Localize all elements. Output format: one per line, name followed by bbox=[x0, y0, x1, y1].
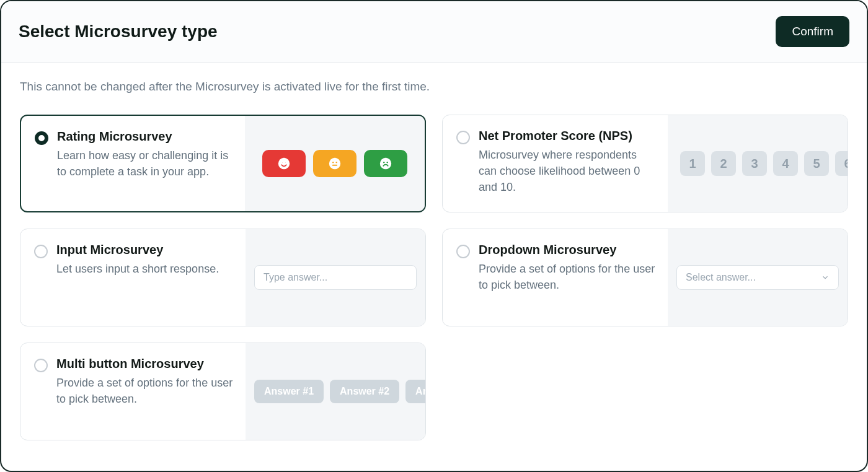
answer-pill: Answer #1 bbox=[254, 380, 324, 403]
nps-number: 1 bbox=[680, 151, 705, 176]
svg-point-5 bbox=[336, 162, 337, 163]
nps-number: 6 bbox=[835, 151, 848, 176]
option-desc: Microsurvey where respondents can choose… bbox=[479, 147, 655, 195]
option-desc: Provide a set of options for the user to… bbox=[56, 375, 233, 407]
option-preview-nps: 1 2 3 4 5 6 7 bbox=[668, 115, 848, 212]
nps-number: 3 bbox=[742, 151, 767, 176]
option-card-dropdown[interactable]: Dropdown Microsurvey Provide a set of op… bbox=[442, 229, 848, 326]
option-card-rating[interactable]: Rating Microsurvey Learn how easy or cha… bbox=[20, 115, 426, 212]
option-card-input[interactable]: Input Microsurvey Let users input a shor… bbox=[20, 229, 426, 326]
chevron-down-icon bbox=[821, 273, 830, 282]
radio-icon[interactable] bbox=[456, 245, 470, 258]
svg-point-3 bbox=[329, 158, 340, 169]
option-left: Rating Microsurvey Learn how easy or cha… bbox=[21, 116, 245, 211]
radio-icon[interactable] bbox=[34, 245, 48, 258]
answer-pill: Answer #3 bbox=[405, 380, 425, 403]
option-text: Net Promoter Score (NPS) Microsurvey whe… bbox=[479, 129, 655, 198]
option-card-nps[interactable]: Net Promoter Score (NPS) Microsurvey whe… bbox=[442, 115, 848, 212]
dialog-window: Select Microsurvey type Confirm This can… bbox=[0, 0, 868, 472]
answer-pill: Answer #2 bbox=[330, 380, 399, 403]
option-preview-dropdown: Select answer... bbox=[668, 229, 848, 326]
dialog-header: Select Microsurvey type Confirm bbox=[1, 1, 867, 63]
radio-icon[interactable] bbox=[34, 359, 48, 372]
select-placeholder: Select answer... bbox=[686, 272, 756, 283]
option-title: Rating Microsurvey bbox=[57, 129, 232, 144]
svg-point-9 bbox=[387, 162, 388, 163]
radio-selected-icon[interactable] bbox=[35, 131, 48, 145]
option-title: Net Promoter Score (NPS) bbox=[479, 129, 655, 143]
option-text: Dropdown Microsurvey Provide a set of op… bbox=[479, 243, 655, 312]
svg-point-2 bbox=[285, 162, 286, 163]
dialog-subtitle: This cannot be changed after the Microsu… bbox=[20, 80, 848, 94]
rating-faces bbox=[262, 150, 407, 177]
face-sad-icon bbox=[364, 150, 407, 177]
option-desc: Let users input a short response. bbox=[56, 261, 233, 277]
options-grid: Rating Microsurvey Learn how easy or cha… bbox=[20, 115, 848, 440]
option-preview-rating bbox=[245, 116, 425, 211]
dialog-body: This cannot be changed after the Microsu… bbox=[1, 63, 867, 471]
option-text: Multi button Microsurvey Provide a set o… bbox=[56, 357, 233, 426]
svg-point-0 bbox=[278, 158, 290, 169]
input-preview-field: Type answer... bbox=[254, 265, 417, 290]
option-left: Multi button Microsurvey Provide a set o… bbox=[20, 343, 246, 440]
option-left: Dropdown Microsurvey Provide a set of op… bbox=[443, 229, 668, 326]
option-card-multibutton[interactable]: Multi button Microsurvey Provide a set o… bbox=[20, 343, 426, 440]
option-desc: Provide a set of options for the user to… bbox=[479, 261, 655, 293]
nps-number-row: 1 2 3 4 5 6 7 bbox=[680, 151, 848, 176]
select-preview-field: Select answer... bbox=[676, 265, 839, 290]
face-neutral-icon bbox=[313, 150, 356, 177]
option-title: Input Microsurvey bbox=[56, 243, 233, 257]
option-title: Dropdown Microsurvey bbox=[479, 243, 655, 257]
option-text: Rating Microsurvey Learn how easy or cha… bbox=[57, 129, 232, 198]
option-title: Multi button Microsurvey bbox=[56, 357, 233, 371]
multibutton-row: Answer #1 Answer #2 Answer #3 bbox=[254, 380, 425, 403]
option-preview-multibutton: Answer #1 Answer #2 Answer #3 bbox=[246, 343, 425, 440]
option-left: Net Promoter Score (NPS) Microsurvey whe… bbox=[443, 115, 668, 212]
nps-number: 4 bbox=[773, 151, 798, 176]
nps-number: 2 bbox=[711, 151, 736, 176]
radio-icon[interactable] bbox=[456, 131, 470, 144]
option-preview-input: Type answer... bbox=[246, 229, 425, 326]
svg-point-4 bbox=[332, 162, 334, 163]
confirm-button[interactable]: Confirm bbox=[776, 16, 849, 47]
svg-point-7 bbox=[380, 158, 391, 169]
dialog-title: Select Microsurvey type bbox=[19, 22, 218, 42]
nps-number: 5 bbox=[804, 151, 829, 176]
svg-point-1 bbox=[281, 162, 283, 163]
svg-point-8 bbox=[383, 162, 384, 163]
option-text: Input Microsurvey Let users input a shor… bbox=[56, 243, 233, 312]
face-happy-icon bbox=[262, 150, 306, 177]
option-desc: Learn how easy or challenging it is to c… bbox=[57, 147, 232, 180]
option-left: Input Microsurvey Let users input a shor… bbox=[20, 229, 246, 326]
